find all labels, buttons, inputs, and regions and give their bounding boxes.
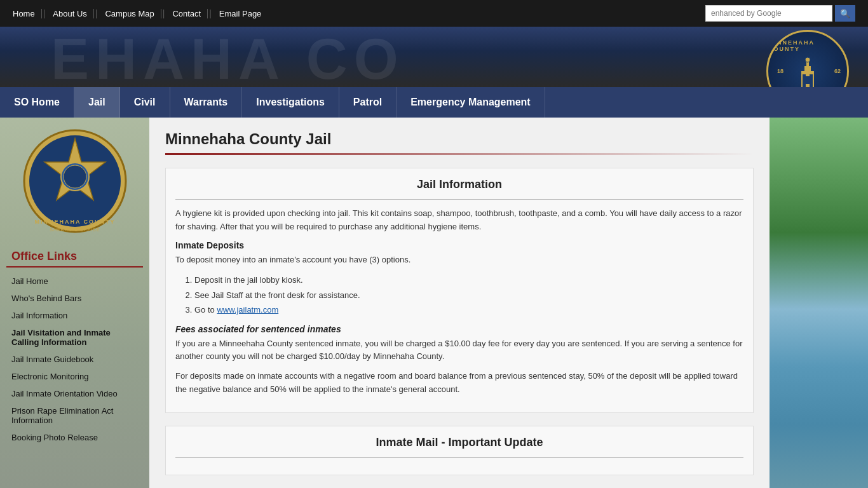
inmate-deposits-text: To deposit money into an inmate's accoun… <box>175 254 743 267</box>
header-banner: MINNEHAHA COUNTY 18 62 SOUTH DAKOTA <box>0 27 868 87</box>
nav-home[interactable]: Home <box>13 9 42 18</box>
svg-point-3 <box>805 57 810 62</box>
seal-year-right: 62 <box>834 68 841 74</box>
sidebar-jail-information[interactable]: Jail Information <box>6 307 143 324</box>
jail-info-block: Jail Information A hygiene kit is provid… <box>165 168 754 413</box>
fees-text2: For deposits made on inmate accounts wit… <box>175 370 743 396</box>
section2-divider <box>175 457 743 458</box>
seal-text-top: MINNEHAHA COUNTY <box>768 39 847 52</box>
nav-email-page[interactable]: Email Page <box>213 9 268 18</box>
fees-text1: If you are a Minneehaha County sentenced… <box>175 337 743 364</box>
svg-point-11 <box>64 165 86 188</box>
top-bar: Home | About Us | Campus Map | Contact |… <box>0 0 868 27</box>
intro-text: A hygiene kit is provided upon checking … <box>175 207 743 234</box>
svg-text:★: ★ <box>73 142 77 147</box>
right-photo-panel <box>770 118 868 488</box>
svg-text:SHERIFF'S OFFICE: SHERIFF'S OFFICE <box>50 227 100 232</box>
office-links-heading: Office Links <box>6 245 143 268</box>
sidebar-electronic-monitoring[interactable]: Electronic Monitoring <box>6 368 143 385</box>
nav-warrants[interactable]: Warrants <box>170 87 243 118</box>
sheriff-badge-icon: MINNEHAHA COUNTY SHERIFF'S OFFICE ★ <box>21 127 129 235</box>
nav-so-home[interactable]: SO Home <box>0 87 74 118</box>
inmate-deposits-title: Inmate Deposits <box>175 240 743 250</box>
section1-heading: Jail Information <box>175 178 743 191</box>
sidebar-prea[interactable]: Prison Rape Elimination Act Information <box>6 402 143 429</box>
deposit-options-list: Deposit in the jail lobby kiosk. See Jai… <box>194 273 743 317</box>
search-button[interactable]: 🔍 <box>835 5 855 22</box>
list-item: Go to www.jailatm.com <box>194 302 743 317</box>
sidebar-orientation-video[interactable]: Jail Inmate Orientation Video <box>6 385 143 402</box>
svg-text:MINNEHAHA COUNTY: MINNEHAHA COUNTY <box>34 219 115 225</box>
nav-jail[interactable]: Jail <box>74 87 120 118</box>
nav-civil[interactable]: Civil <box>120 87 170 118</box>
seal-year-left: 18 <box>777 68 783 74</box>
content-wrapper: MINNEHAHA COUNTY SHERIFF'S OFFICE ★ Offi… <box>0 118 868 488</box>
nav-contact[interactable]: Contact <box>166 9 208 18</box>
fees-title: Fees associated for sentenced inmates <box>175 324 743 334</box>
svg-rect-6 <box>805 76 810 84</box>
nav-investigations[interactable]: Investigations <box>242 87 339 118</box>
county-seal: MINNEHAHA COUNTY 18 62 SOUTH DAKOTA <box>766 30 849 87</box>
sidebar: MINNEHAHA COUNTY SHERIFF'S OFFICE ★ Offi… <box>0 118 149 488</box>
section1-divider <box>175 199 743 200</box>
waterfall-image <box>770 118 868 488</box>
inmate-mail-block: Inmate Mail - Important Update <box>165 426 754 475</box>
search-area: 🔍 <box>705 5 855 22</box>
main-nav: SO Home Jail Civil Warrants Investigatio… <box>0 87 868 118</box>
section2-heading: Inmate Mail - Important Update <box>175 436 743 449</box>
nav-about[interactable]: About Us <box>46 9 93 18</box>
nav-emergency-management[interactable]: Emergency Management <box>397 87 545 118</box>
search-input[interactable] <box>705 5 832 22</box>
seal-building-icon <box>789 52 827 87</box>
sidebar-whos-behind-bars[interactable]: Who's Behind Bars <box>6 290 143 307</box>
list-item: See Jail Staff at the front desk for ass… <box>194 288 743 302</box>
nav-patrol[interactable]: Patrol <box>339 87 397 118</box>
sidebar-booking-photo[interactable]: Booking Photo Release <box>6 429 143 446</box>
nav-campus-map[interactable]: Campus Map <box>98 9 161 18</box>
page-title: Minnehaha County Jail <box>165 130 754 148</box>
title-divider <box>165 153 754 155</box>
sidebar-jail-home[interactable]: Jail Home <box>6 273 143 290</box>
main-content: Minnehaha County Jail Jail Information A… <box>149 118 770 488</box>
jailatm-link[interactable]: www.jailatm.com <box>217 305 278 315</box>
sidebar-jail-guidebook[interactable]: Jail Inmate Guidebook <box>6 351 143 368</box>
list-item: Deposit in the jail lobby kiosk. <box>194 273 743 287</box>
sidebar-jail-visitation[interactable]: Jail Visitation and Inmate Calling Infor… <box>6 324 143 351</box>
svg-rect-1 <box>804 66 811 71</box>
